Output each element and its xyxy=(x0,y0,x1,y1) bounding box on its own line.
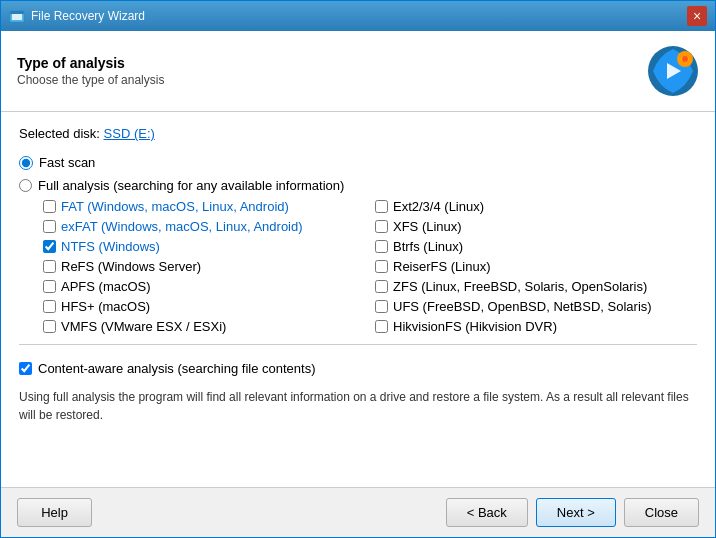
fast-scan-radio[interactable] xyxy=(19,156,33,170)
selected-disk-row: Selected disk: SSD (E:) xyxy=(19,126,697,141)
checkbox-zfs[interactable]: ZFS (Linux, FreeBSD, Solaris, OpenSolari… xyxy=(375,279,697,294)
full-analysis-radio[interactable] xyxy=(19,179,32,192)
checkbox-hikvision[interactable]: HikvisionFS (Hikvision DVR) xyxy=(375,319,697,334)
full-analysis-section: Full analysis (searching for any availab… xyxy=(19,178,697,334)
full-analysis-option[interactable]: Full analysis (searching for any availab… xyxy=(19,178,697,193)
checkbox-fat[interactable]: FAT (Windows, macOS, Linux, Android) xyxy=(43,199,365,214)
filesystem-checkboxes: FAT (Windows, macOS, Linux, Android) Ext… xyxy=(43,199,697,334)
title-bar: File Recovery Wizard × xyxy=(1,1,715,31)
content-aware-checkbox[interactable] xyxy=(19,362,32,375)
checkbox-refs[interactable]: ReFS (Windows Server) xyxy=(43,259,365,274)
help-button[interactable]: Help xyxy=(17,498,92,527)
checkbox-ufs[interactable]: UFS (FreeBSD, OpenBSD, NetBSD, Solaris) xyxy=(375,299,697,314)
divider xyxy=(19,344,697,345)
footer: Help < Back Next > Close xyxy=(1,487,715,537)
checkbox-ntfs[interactable]: NTFS (Windows) xyxy=(43,239,365,254)
header-titles: Type of analysis Choose the type of anal… xyxy=(17,55,164,87)
fast-scan-option[interactable]: Fast scan xyxy=(19,155,697,170)
content-aware-label[interactable]: Content-aware analysis (searching file c… xyxy=(19,361,315,376)
footer-left-buttons: Help xyxy=(17,498,92,527)
svg-rect-1 xyxy=(12,13,22,20)
checkbox-exfat[interactable]: exFAT (Windows, macOS, Linux, Android) xyxy=(43,219,365,234)
checkbox-apfs[interactable]: APFS (macOS) xyxy=(43,279,365,294)
checkbox-vmfs[interactable]: VMFS (VMware ESX / ESXi) xyxy=(43,319,365,334)
selected-disk-label: Selected disk: xyxy=(19,126,100,141)
page-title: Type of analysis xyxy=(17,55,164,71)
content-aware-row: Content-aware analysis (searching file c… xyxy=(19,361,697,376)
close-footer-button[interactable]: Close xyxy=(624,498,699,527)
window-icon xyxy=(9,8,25,24)
scan-type-group: Fast scan Full analysis (searching for a… xyxy=(19,155,697,334)
window-title: File Recovery Wizard xyxy=(31,9,687,23)
svg-rect-2 xyxy=(10,11,24,14)
checkbox-reiserfs[interactable]: ReiserFS (Linux) xyxy=(375,259,697,274)
content-aware-text: Content-aware analysis (searching file c… xyxy=(38,361,315,376)
page-subtitle: Choose the type of analysis xyxy=(17,73,164,87)
app-logo xyxy=(647,45,699,97)
checkbox-ext[interactable]: Ext2/3/4 (Linux) xyxy=(375,199,697,214)
next-button[interactable]: Next > xyxy=(536,498,616,527)
content-area: Selected disk: SSD (E:) Fast scan Full a… xyxy=(1,112,715,487)
main-window: File Recovery Wizard × Type of analysis … xyxy=(0,0,716,538)
checkbox-xfs[interactable]: XFS (Linux) xyxy=(375,219,697,234)
back-button[interactable]: < Back xyxy=(446,498,528,527)
checkbox-hfsplus[interactable]: HFS+ (macOS) xyxy=(43,299,365,314)
info-text: Using full analysis the program will fin… xyxy=(19,388,697,430)
svg-point-5 xyxy=(682,56,688,62)
full-analysis-label-text: Full analysis (searching for any availab… xyxy=(38,178,344,193)
fast-scan-label: Fast scan xyxy=(39,155,95,170)
selected-disk-link[interactable]: SSD (E:) xyxy=(104,126,155,141)
footer-right-buttons: < Back Next > Close xyxy=(446,498,699,527)
checkbox-btrfs[interactable]: Btrfs (Linux) xyxy=(375,239,697,254)
close-button[interactable]: × xyxy=(687,6,707,26)
header-section: Type of analysis Choose the type of anal… xyxy=(1,31,715,112)
